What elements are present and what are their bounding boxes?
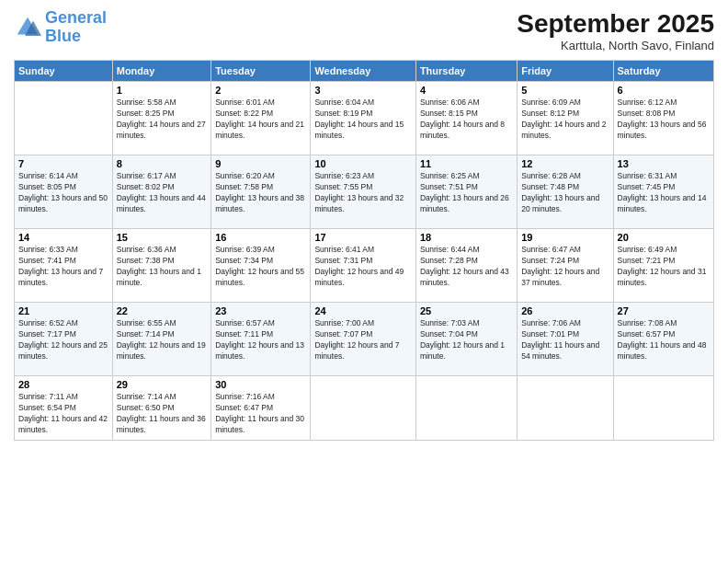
- day-number: 11: [420, 158, 513, 169]
- day-info: Sunrise: 6:06 AMSunset: 8:15 PMDaylight:…: [420, 98, 513, 142]
- day-cell: 3Sunrise: 6:04 AMSunset: 8:19 PMDaylight…: [311, 82, 416, 155]
- day-info: Sunrise: 6:28 AMSunset: 7:48 PMDaylight:…: [521, 171, 609, 215]
- day-cell: [518, 376, 613, 441]
- logo-text: General Blue: [45, 9, 107, 46]
- logo-icon: [14, 14, 41, 41]
- day-info: Sunrise: 6:44 AMSunset: 7:28 PMDaylight:…: [420, 245, 513, 289]
- col-header-monday: Monday: [112, 61, 210, 82]
- calendar-table: SundayMondayTuesdayWednesdayThursdayFrid…: [14, 60, 714, 441]
- day-cell: 29Sunrise: 7:14 AMSunset: 6:50 PMDayligh…: [112, 376, 210, 441]
- day-info: Sunrise: 6:47 AMSunset: 7:24 PMDaylight:…: [521, 245, 609, 289]
- day-info: Sunrise: 6:57 AMSunset: 7:11 PMDaylight:…: [215, 318, 306, 362]
- week-row-4: 21Sunrise: 6:52 AMSunset: 7:17 PMDayligh…: [15, 303, 714, 376]
- day-number: 10: [314, 158, 412, 169]
- day-number: 16: [215, 232, 306, 243]
- day-number: 29: [117, 379, 207, 390]
- day-number: 2: [215, 85, 306, 96]
- header-row: SundayMondayTuesdayWednesdayThursdayFrid…: [15, 61, 714, 82]
- day-info: Sunrise: 6:01 AMSunset: 8:22 PMDaylight:…: [215, 98, 306, 142]
- day-info: Sunrise: 6:39 AMSunset: 7:34 PMDaylight:…: [215, 245, 306, 289]
- day-cell: 17Sunrise: 6:41 AMSunset: 7:31 PMDayligh…: [311, 229, 416, 303]
- day-cell: 30Sunrise: 7:16 AMSunset: 6:47 PMDayligh…: [211, 376, 311, 441]
- day-cell: 18Sunrise: 6:44 AMSunset: 7:28 PMDayligh…: [415, 229, 517, 303]
- day-number: 20: [618, 232, 710, 243]
- day-cell: 5Sunrise: 6:09 AMSunset: 8:12 PMDaylight…: [518, 82, 613, 155]
- day-cell: 27Sunrise: 7:08 AMSunset: 6:57 PMDayligh…: [613, 303, 713, 376]
- day-info: Sunrise: 7:08 AMSunset: 6:57 PMDaylight:…: [618, 318, 710, 362]
- day-cell: [15, 82, 113, 155]
- day-info: Sunrise: 6:49 AMSunset: 7:21 PMDaylight:…: [618, 245, 710, 289]
- day-number: 5: [521, 85, 609, 96]
- day-info: Sunrise: 6:09 AMSunset: 8:12 PMDaylight:…: [521, 98, 609, 142]
- day-cell: [415, 376, 517, 441]
- day-info: Sunrise: 7:06 AMSunset: 7:01 PMDaylight:…: [521, 318, 609, 362]
- day-cell: 1Sunrise: 5:58 AMSunset: 8:25 PMDaylight…: [112, 82, 210, 155]
- day-cell: 23Sunrise: 6:57 AMSunset: 7:11 PMDayligh…: [211, 303, 311, 376]
- day-cell: [613, 376, 713, 441]
- day-info: Sunrise: 7:00 AMSunset: 7:07 PMDaylight:…: [314, 318, 412, 362]
- logo: General Blue: [14, 9, 107, 46]
- day-info: Sunrise: 6:33 AMSunset: 7:41 PMDaylight:…: [18, 245, 108, 289]
- day-number: 27: [618, 305, 710, 316]
- day-cell: [311, 376, 416, 441]
- day-number: 14: [18, 232, 108, 243]
- col-header-saturday: Saturday: [613, 61, 713, 82]
- day-number: 23: [215, 305, 306, 316]
- day-number: 8: [117, 158, 207, 169]
- calendar-container: General Blue September 2025 Karttula, No…: [0, 0, 728, 563]
- day-info: Sunrise: 6:12 AMSunset: 8:08 PMDaylight:…: [618, 98, 710, 142]
- day-number: 18: [420, 232, 513, 243]
- day-cell: 10Sunrise: 6:23 AMSunset: 7:55 PMDayligh…: [311, 155, 416, 229]
- day-number: 12: [521, 158, 609, 169]
- location-subtitle: Karttula, North Savo, Finland: [517, 39, 714, 52]
- day-info: Sunrise: 6:55 AMSunset: 7:14 PMDaylight:…: [117, 318, 207, 362]
- day-info: Sunrise: 6:52 AMSunset: 7:17 PMDaylight:…: [18, 318, 108, 362]
- day-cell: 11Sunrise: 6:25 AMSunset: 7:51 PMDayligh…: [415, 155, 517, 229]
- col-header-thursday: Thursday: [415, 61, 517, 82]
- day-cell: 14Sunrise: 6:33 AMSunset: 7:41 PMDayligh…: [15, 229, 113, 303]
- day-cell: 19Sunrise: 6:47 AMSunset: 7:24 PMDayligh…: [518, 229, 613, 303]
- day-info: Sunrise: 7:14 AMSunset: 6:50 PMDaylight:…: [117, 392, 207, 436]
- day-info: Sunrise: 6:31 AMSunset: 7:45 PMDaylight:…: [618, 171, 710, 215]
- week-row-1: 1Sunrise: 5:58 AMSunset: 8:25 PMDaylight…: [15, 82, 714, 155]
- month-title: September 2025: [517, 9, 714, 39]
- col-header-wednesday: Wednesday: [311, 61, 416, 82]
- day-cell: 22Sunrise: 6:55 AMSunset: 7:14 PMDayligh…: [112, 303, 210, 376]
- day-info: Sunrise: 6:20 AMSunset: 7:58 PMDaylight:…: [215, 171, 306, 215]
- day-info: Sunrise: 5:58 AMSunset: 8:25 PMDaylight:…: [117, 98, 207, 142]
- header: General Blue September 2025 Karttula, No…: [14, 9, 714, 52]
- day-cell: 28Sunrise: 7:11 AMSunset: 6:54 PMDayligh…: [15, 376, 113, 441]
- day-info: Sunrise: 6:41 AMSunset: 7:31 PMDaylight:…: [314, 245, 412, 289]
- day-info: Sunrise: 6:14 AMSunset: 8:05 PMDaylight:…: [18, 171, 108, 215]
- day-number: 15: [117, 232, 207, 243]
- title-block: September 2025 Karttula, North Savo, Fin…: [517, 9, 714, 52]
- day-cell: 21Sunrise: 6:52 AMSunset: 7:17 PMDayligh…: [15, 303, 113, 376]
- day-cell: 13Sunrise: 6:31 AMSunset: 7:45 PMDayligh…: [613, 155, 713, 229]
- day-number: 25: [420, 305, 513, 316]
- day-number: 7: [18, 158, 108, 169]
- day-info: Sunrise: 7:03 AMSunset: 7:04 PMDaylight:…: [420, 318, 513, 362]
- day-info: Sunrise: 6:36 AMSunset: 7:38 PMDaylight:…: [117, 245, 207, 289]
- day-number: 13: [618, 158, 710, 169]
- day-info: Sunrise: 7:11 AMSunset: 6:54 PMDaylight:…: [18, 392, 108, 436]
- day-number: 1: [117, 85, 207, 96]
- day-cell: 15Sunrise: 6:36 AMSunset: 7:38 PMDayligh…: [112, 229, 210, 303]
- week-row-5: 28Sunrise: 7:11 AMSunset: 6:54 PMDayligh…: [15, 376, 714, 441]
- day-cell: 12Sunrise: 6:28 AMSunset: 7:48 PMDayligh…: [518, 155, 613, 229]
- day-cell: 4Sunrise: 6:06 AMSunset: 8:15 PMDaylight…: [415, 82, 517, 155]
- day-cell: 7Sunrise: 6:14 AMSunset: 8:05 PMDaylight…: [15, 155, 113, 229]
- day-number: 24: [314, 305, 412, 316]
- day-cell: 24Sunrise: 7:00 AMSunset: 7:07 PMDayligh…: [311, 303, 416, 376]
- day-number: 6: [618, 85, 710, 96]
- day-cell: 25Sunrise: 7:03 AMSunset: 7:04 PMDayligh…: [415, 303, 517, 376]
- week-row-2: 7Sunrise: 6:14 AMSunset: 8:05 PMDaylight…: [15, 155, 714, 229]
- day-info: Sunrise: 6:23 AMSunset: 7:55 PMDaylight:…: [314, 171, 412, 215]
- day-number: 3: [314, 85, 412, 96]
- day-cell: 6Sunrise: 6:12 AMSunset: 8:08 PMDaylight…: [613, 82, 713, 155]
- day-number: 22: [117, 305, 207, 316]
- day-number: 17: [314, 232, 412, 243]
- col-header-tuesday: Tuesday: [211, 61, 311, 82]
- day-info: Sunrise: 6:04 AMSunset: 8:19 PMDaylight:…: [314, 98, 412, 142]
- day-info: Sunrise: 6:25 AMSunset: 7:51 PMDaylight:…: [420, 171, 513, 215]
- day-cell: 2Sunrise: 6:01 AMSunset: 8:22 PMDaylight…: [211, 82, 311, 155]
